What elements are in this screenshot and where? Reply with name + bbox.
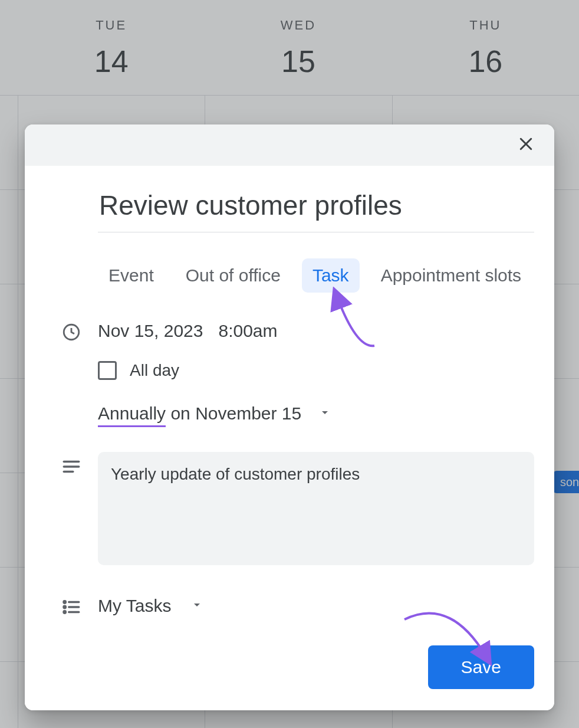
svg-point-6 [64, 601, 65, 603]
svg-point-10 [64, 611, 65, 613]
recurrence-value-rest: on November 15 [170, 404, 301, 423]
task-date-field[interactable]: Nov 15, 2023 [98, 321, 203, 341]
tab-appointment-slots[interactable]: Appointment slots [370, 258, 532, 293]
dialog-header [25, 124, 554, 166]
recurrence-value-highlight: Annually [98, 404, 166, 427]
task-list-dropdown[interactable]: My Tasks [98, 568, 534, 617]
tab-event[interactable]: Event [98, 258, 165, 293]
chevron-down-icon [318, 404, 332, 424]
save-button[interactable]: Save [428, 645, 534, 689]
chevron-down-icon [190, 596, 204, 616]
task-description-input[interactable] [98, 452, 534, 565]
tab-out-of-office[interactable]: Out of office [175, 258, 291, 293]
recurrence-dropdown[interactable]: Annually on November 15 [98, 383, 534, 428]
task-time-field[interactable]: 8:00am [218, 321, 277, 341]
create-task-dialog: Event Out of office Task Appointment slo… [25, 124, 554, 710]
entry-type-tabs: Event Out of office Task Appointment slo… [98, 258, 534, 293]
svg-point-8 [64, 606, 65, 608]
all-day-label: All day [130, 361, 179, 380]
close-button[interactable] [513, 132, 539, 158]
tab-task[interactable]: Task [302, 258, 360, 293]
close-icon [517, 135, 535, 155]
clock-icon [45, 319, 98, 428]
all-day-checkbox[interactable] [98, 361, 117, 380]
task-list-value: My Tasks [98, 596, 171, 616]
task-title-input[interactable] [98, 186, 534, 232]
task-list-icon [45, 568, 98, 617]
description-icon [45, 428, 98, 568]
